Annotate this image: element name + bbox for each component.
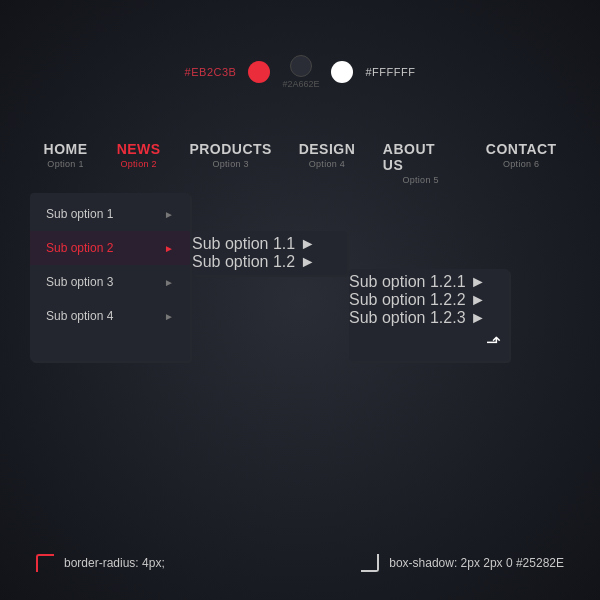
arrow-icon: ► xyxy=(300,253,316,270)
arrow-icon: ► xyxy=(470,309,486,326)
color2-dot xyxy=(290,55,312,77)
annotation-left: border-radius: 4px; xyxy=(36,554,165,572)
nav-sublabel-news: Option 2 xyxy=(120,159,156,169)
nav-label-home: HOME xyxy=(44,141,88,157)
menu-item-sub4[interactable]: Sub option 4 ► xyxy=(30,299,190,333)
arrow-icon: ► xyxy=(164,209,174,220)
nav-item-news[interactable]: NEWS Option 2 xyxy=(101,133,176,177)
color3-dot xyxy=(331,61,353,83)
corner-br-icon xyxy=(361,554,379,572)
color3-label: #FFFFFF xyxy=(365,66,415,78)
nav-item-home[interactable]: HOME Option 1 xyxy=(30,133,101,177)
arrow-icon: ► xyxy=(164,243,174,254)
annotation-left-text: border-radius: 4px; xyxy=(64,556,165,570)
nav-label-aboutus: ABOUT US xyxy=(383,141,459,173)
nav-item-aboutus[interactable]: ABOUT US Option 5 xyxy=(369,133,473,193)
menu-item-sub1[interactable]: Sub option 1 ► xyxy=(30,197,190,231)
nav-sublabel-home: Option 1 xyxy=(47,159,83,169)
nav-sublabel-products: Option 3 xyxy=(212,159,248,169)
arrow-icon: ► xyxy=(470,291,486,308)
menu-item-sub3[interactable]: Sub option 3 ► xyxy=(30,265,190,299)
bottom-annotations: border-radius: 4px; box-shadow: 2px 2px … xyxy=(0,554,600,572)
nav-sublabel-design: Option 4 xyxy=(309,159,345,169)
nav-item-products[interactable]: PRODUCTS Option 3 xyxy=(176,133,285,177)
cursor-icon: ⬏ xyxy=(486,331,501,353)
color2-label: #2A662E xyxy=(282,79,319,89)
nav-label-products: PRODUCTS xyxy=(189,141,272,157)
navbar: HOME Option 1 NEWS Option 2 PRODUCTS Opt… xyxy=(0,133,600,193)
menu-item-sub123[interactable]: Sub option 1.2.3 ► xyxy=(349,309,509,327)
annotation-right-text: box-shadow: 2px 2px 0 #25282E xyxy=(389,556,564,570)
nav-label-news: NEWS xyxy=(117,141,161,157)
arrow-icon: ► xyxy=(300,235,316,252)
color1-label: #EB2C3B xyxy=(185,66,237,78)
nav-sublabel-contact: Option 6 xyxy=(503,159,539,169)
annotation-right: box-shadow: 2px 2px 0 #25282E xyxy=(361,554,564,572)
menu-item-sub11[interactable]: Sub option 1.1 ► xyxy=(192,235,347,253)
color1-dot xyxy=(248,61,270,83)
dropdown-l1: Sub option 1 ► Sub option 2 ► Sub option… xyxy=(30,193,190,361)
nav-label-design: DESIGN xyxy=(299,141,356,157)
corner-tl-icon xyxy=(36,554,54,572)
dropdown-area: Sub option 1 ► Sub option 2 ► Sub option… xyxy=(30,193,600,361)
arrow-icon: ► xyxy=(164,277,174,288)
nav-item-design[interactable]: DESIGN Option 4 xyxy=(285,133,369,177)
dropdown-l2: Sub option 1.1 ► Sub option 1.2 ► xyxy=(192,231,347,275)
menu-item-sub2[interactable]: Sub option 2 ► xyxy=(30,231,190,265)
menu-item-sub121[interactable]: Sub option 1.2.1 ► xyxy=(349,273,509,291)
palette-row: #EB2C3B #2A662E #FFFFFF xyxy=(0,0,600,89)
palette-middle: #2A662E xyxy=(282,55,319,89)
menu-item-sub122[interactable]: Sub option 1.2.2 ► xyxy=(349,291,509,309)
arrow-icon: ► xyxy=(470,273,486,290)
arrow-icon: ► xyxy=(164,311,174,322)
nav-label-contact: CONTACT xyxy=(486,141,557,157)
dropdown-l3: Sub option 1.2.1 ► Sub option 1.2.2 ► Su… xyxy=(349,269,509,361)
nav-sublabel-aboutus: Option 5 xyxy=(402,175,438,185)
menu-item-sub12[interactable]: Sub option 1.2 ► xyxy=(192,253,347,271)
nav-item-contact[interactable]: CONTACT Option 6 xyxy=(472,133,570,177)
